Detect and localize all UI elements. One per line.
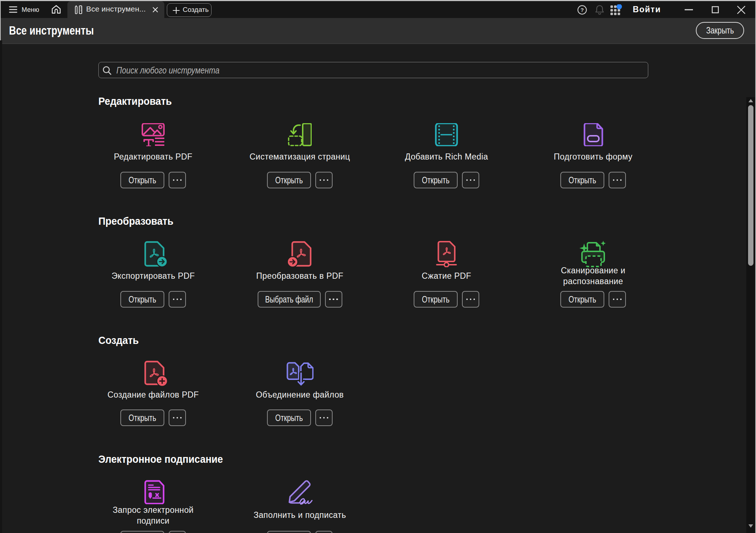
svg-text:?: ? (581, 7, 584, 13)
